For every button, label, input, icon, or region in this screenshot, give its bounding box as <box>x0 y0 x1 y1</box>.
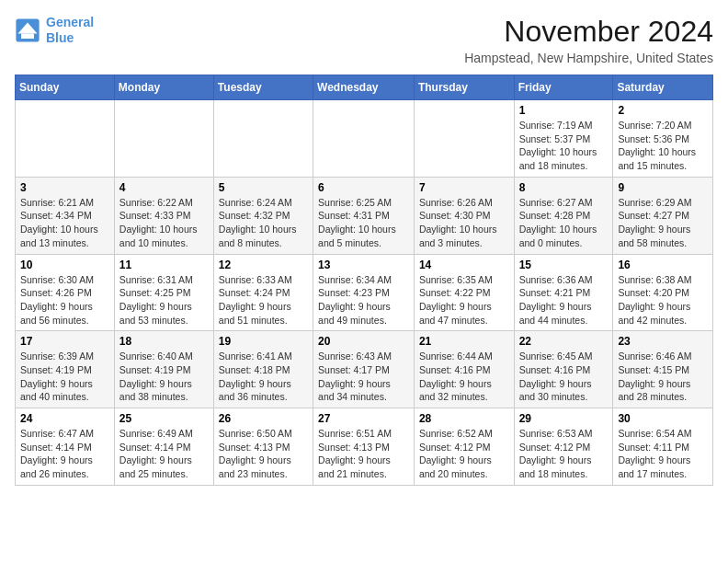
day-number: 2 <box>618 104 708 117</box>
calendar-cell: 23Sunrise: 6:46 AMSunset: 4:15 PMDayligh… <box>613 331 713 408</box>
calendar-cell <box>114 100 213 178</box>
day-number: 6 <box>318 181 409 194</box>
calendar-cell: 25Sunrise: 6:49 AMSunset: 4:14 PMDayligh… <box>114 408 213 486</box>
day-info: Sunrise: 6:33 AMSunset: 4:24 PMDaylight:… <box>219 273 308 327</box>
day-number: 23 <box>618 335 708 348</box>
day-number: 19 <box>219 335 308 348</box>
day-number: 10 <box>20 259 109 271</box>
weekday-header-thursday: Thursday <box>414 75 514 100</box>
calendar-cell <box>313 100 415 178</box>
month-title: November 2024 <box>464 15 713 49</box>
calendar-cell: 24Sunrise: 6:47 AMSunset: 4:14 PMDayligh… <box>16 408 115 486</box>
day-info: Sunrise: 7:19 AMSunset: 5:37 PMDaylight:… <box>519 119 609 173</box>
calendar-cell: 30Sunrise: 6:54 AMSunset: 4:11 PMDayligh… <box>613 408 713 486</box>
calendar-cell: 22Sunrise: 6:45 AMSunset: 4:16 PMDayligh… <box>514 331 613 408</box>
calendar-cell: 19Sunrise: 6:41 AMSunset: 4:18 PMDayligh… <box>213 331 313 408</box>
day-info: Sunrise: 6:49 AMSunset: 4:14 PMDaylight:… <box>119 427 209 481</box>
day-info: Sunrise: 6:45 AMSunset: 4:16 PMDaylight:… <box>519 350 609 404</box>
day-number: 8 <box>519 181 609 194</box>
day-info: Sunrise: 6:50 AMSunset: 4:13 PMDaylight:… <box>219 427 308 481</box>
day-info: Sunrise: 6:44 AMSunset: 4:16 PMDaylight:… <box>419 350 509 404</box>
day-info: Sunrise: 6:29 AMSunset: 4:27 PMDaylight:… <box>618 196 708 250</box>
day-number: 27 <box>318 412 409 425</box>
calendar-cell: 21Sunrise: 6:44 AMSunset: 4:16 PMDayligh… <box>414 331 514 408</box>
calendar-cell: 9Sunrise: 6:29 AMSunset: 4:27 PMDaylight… <box>613 177 713 254</box>
day-number: 25 <box>119 412 209 425</box>
day-number: 5 <box>219 181 308 194</box>
day-info: Sunrise: 6:52 AMSunset: 4:12 PMDaylight:… <box>419 427 509 481</box>
calendar-cell: 7Sunrise: 6:26 AMSunset: 4:30 PMDaylight… <box>414 177 514 254</box>
calendar-cell: 20Sunrise: 6:43 AMSunset: 4:17 PMDayligh… <box>313 331 415 408</box>
weekday-header-saturday: Saturday <box>613 75 713 100</box>
calendar-cell: 15Sunrise: 6:36 AMSunset: 4:21 PMDayligh… <box>514 254 613 331</box>
calendar-cell: 4Sunrise: 6:22 AMSunset: 4:33 PMDaylight… <box>114 177 213 254</box>
calendar-cell: 28Sunrise: 6:52 AMSunset: 4:12 PMDayligh… <box>414 408 514 486</box>
day-info: Sunrise: 6:47 AMSunset: 4:14 PMDaylight:… <box>20 427 109 481</box>
weekday-header-wednesday: Wednesday <box>313 75 415 100</box>
day-info: Sunrise: 6:26 AMSunset: 4:30 PMDaylight:… <box>419 196 509 250</box>
weekday-header-sunday: Sunday <box>16 75 115 100</box>
day-info: Sunrise: 6:39 AMSunset: 4:19 PMDaylight:… <box>20 350 109 404</box>
day-info: Sunrise: 6:24 AMSunset: 4:32 PMDaylight:… <box>219 196 308 250</box>
calendar-cell: 10Sunrise: 6:30 AMSunset: 4:26 PMDayligh… <box>16 254 115 331</box>
day-number: 21 <box>419 335 509 348</box>
day-info: Sunrise: 6:31 AMSunset: 4:25 PMDaylight:… <box>119 273 209 327</box>
day-number: 28 <box>419 412 509 425</box>
day-info: Sunrise: 6:30 AMSunset: 4:26 PMDaylight:… <box>20 273 109 327</box>
week-row-1: 1Sunrise: 7:19 AMSunset: 5:37 PMDaylight… <box>16 100 713 178</box>
day-number: 14 <box>419 259 509 271</box>
calendar-cell: 8Sunrise: 6:27 AMSunset: 4:28 PMDaylight… <box>514 177 613 254</box>
weekday-header-tuesday: Tuesday <box>213 75 313 100</box>
day-number: 13 <box>318 259 409 271</box>
day-info: Sunrise: 6:21 AMSunset: 4:34 PMDaylight:… <box>20 196 109 250</box>
calendar-cell: 16Sunrise: 6:38 AMSunset: 4:20 PMDayligh… <box>613 254 713 331</box>
calendar-cell: 3Sunrise: 6:21 AMSunset: 4:34 PMDaylight… <box>16 177 115 254</box>
week-row-5: 24Sunrise: 6:47 AMSunset: 4:14 PMDayligh… <box>16 408 713 486</box>
day-info: Sunrise: 7:20 AMSunset: 5:36 PMDaylight:… <box>618 119 708 173</box>
header: General Blue November 2024 Hampstead, Ne… <box>15 15 713 65</box>
calendar-cell: 26Sunrise: 6:50 AMSunset: 4:13 PMDayligh… <box>213 408 313 486</box>
calendar-cell <box>213 100 313 178</box>
day-number: 20 <box>318 335 409 348</box>
logo-line2: Blue <box>46 30 74 45</box>
calendar-cell: 5Sunrise: 6:24 AMSunset: 4:32 PMDaylight… <box>213 177 313 254</box>
day-info: Sunrise: 6:41 AMSunset: 4:18 PMDaylight:… <box>219 350 308 404</box>
day-number: 29 <box>519 412 609 425</box>
day-info: Sunrise: 6:43 AMSunset: 4:17 PMDaylight:… <box>318 350 409 404</box>
calendar-cell: 11Sunrise: 6:31 AMSunset: 4:25 PMDayligh… <box>114 254 213 331</box>
calendar-cell: 18Sunrise: 6:40 AMSunset: 4:19 PMDayligh… <box>114 331 213 408</box>
day-number: 4 <box>119 181 209 194</box>
day-info: Sunrise: 6:40 AMSunset: 4:19 PMDaylight:… <box>119 350 209 404</box>
svg-rect-2 <box>21 33 34 39</box>
day-info: Sunrise: 6:34 AMSunset: 4:23 PMDaylight:… <box>318 273 409 327</box>
calendar-cell: 14Sunrise: 6:35 AMSunset: 4:22 PMDayligh… <box>414 254 514 331</box>
day-number: 18 <box>119 335 209 348</box>
day-info: Sunrise: 6:22 AMSunset: 4:33 PMDaylight:… <box>119 196 209 250</box>
week-row-4: 17Sunrise: 6:39 AMSunset: 4:19 PMDayligh… <box>16 331 713 408</box>
title-section: November 2024 Hampstead, New Hampshire, … <box>464 15 713 65</box>
day-number: 1 <box>519 104 609 117</box>
weekday-header-friday: Friday <box>514 75 613 100</box>
weekday-header-monday: Monday <box>114 75 213 100</box>
calendar-cell: 27Sunrise: 6:51 AMSunset: 4:13 PMDayligh… <box>313 408 415 486</box>
day-info: Sunrise: 6:38 AMSunset: 4:20 PMDaylight:… <box>618 273 708 327</box>
calendar-cell: 1Sunrise: 7:19 AMSunset: 5:37 PMDaylight… <box>514 100 613 178</box>
calendar-cell: 29Sunrise: 6:53 AMSunset: 4:12 PMDayligh… <box>514 408 613 486</box>
day-info: Sunrise: 6:46 AMSunset: 4:15 PMDaylight:… <box>618 350 708 404</box>
calendar-cell <box>16 100 115 178</box>
calendar-cell: 2Sunrise: 7:20 AMSunset: 5:36 PMDaylight… <box>613 100 713 178</box>
day-number: 16 <box>618 259 708 271</box>
day-number: 22 <box>519 335 609 348</box>
day-number: 7 <box>419 181 509 194</box>
day-info: Sunrise: 6:25 AMSunset: 4:31 PMDaylight:… <box>318 196 409 250</box>
week-row-3: 10Sunrise: 6:30 AMSunset: 4:26 PMDayligh… <box>16 254 713 331</box>
calendar-cell <box>414 100 514 178</box>
day-number: 17 <box>20 335 109 348</box>
day-number: 30 <box>618 412 708 425</box>
day-number: 3 <box>20 181 109 194</box>
calendar-cell: 6Sunrise: 6:25 AMSunset: 4:31 PMDaylight… <box>313 177 415 254</box>
day-info: Sunrise: 6:27 AMSunset: 4:28 PMDaylight:… <box>519 196 609 250</box>
calendar-table: SundayMondayTuesdayWednesdayThursdayFrid… <box>15 75 713 486</box>
day-number: 9 <box>618 181 708 194</box>
calendar-cell: 13Sunrise: 6:34 AMSunset: 4:23 PMDayligh… <box>313 254 415 331</box>
